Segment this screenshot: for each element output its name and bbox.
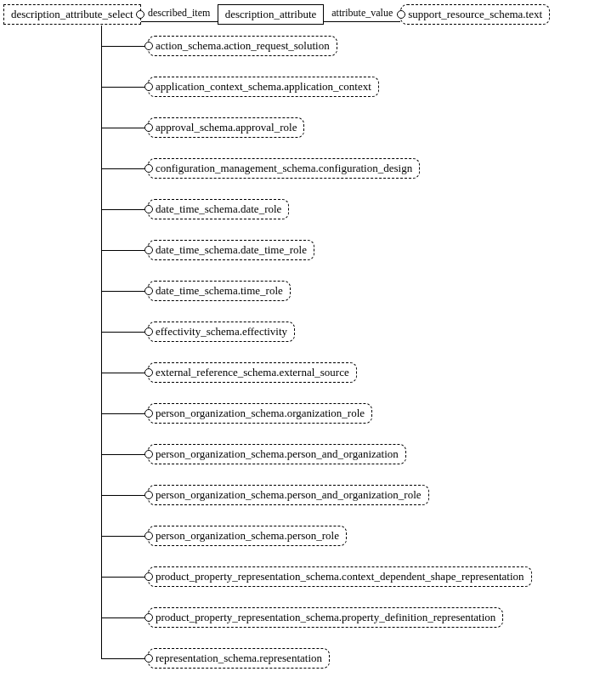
child-row: person_organization_schema.person_role	[101, 515, 600, 556]
child-entity-label: date_time_schema.date_time_role	[156, 243, 307, 256]
port-icon	[144, 83, 153, 91]
child-row: person_organization_schema.person_and_or…	[101, 475, 600, 515]
child-entity-box: representation_schema.representation	[148, 648, 330, 669]
child-entity-box: configuration_management_schema.configur…	[148, 158, 420, 179]
child-entity-label: action_schema.action_request_solution	[156, 39, 330, 52]
port-icon	[144, 123, 153, 132]
child-entity-box: external_reference_schema.external_sourc…	[148, 362, 357, 383]
port-icon	[144, 654, 153, 663]
child-entity-label: date_time_schema.time_role	[156, 284, 283, 297]
child-row: person_organization_schema.person_and_or…	[101, 434, 600, 475]
child-entity-box: product_property_representation_schema.p…	[148, 607, 503, 628]
port-icon	[397, 10, 405, 19]
child-row: representation_schema.representation	[101, 638, 600, 679]
center-entity-box: description_attribute	[218, 4, 325, 25]
port-icon	[144, 164, 153, 173]
child-row: action_schema.action_request_solution	[101, 26, 600, 66]
child-row: product_property_representation_schema.p…	[101, 597, 600, 638]
child-entity-box: date_time_schema.date_role	[148, 199, 289, 219]
child-entity-label: effectivity_schema.effectivity	[156, 325, 287, 338]
edge-label: attribute_value	[331, 7, 393, 21]
child-entity-label: person_organization_schema.person_role	[156, 529, 339, 542]
child-entity-label: representation_schema.representation	[156, 652, 322, 664]
center-entity-label: description_attribute	[225, 8, 317, 20]
select-entity-box: description_attribute_select	[3, 4, 141, 25]
child-entity-label: approval_schema.approval_role	[156, 121, 297, 134]
child-entity-box: approval_schema.approval_role	[148, 117, 304, 138]
port-icon	[144, 613, 153, 622]
port-icon	[144, 409, 153, 418]
child-entity-label: product_property_representation_schema.c…	[156, 570, 524, 583]
child-entity-label: person_organization_schema.organization_…	[156, 407, 365, 419]
port-icon	[144, 246, 153, 254]
child-entity-label: application_context_schema.application_c…	[156, 80, 371, 93]
child-row: date_time_schema.time_role	[101, 270, 600, 311]
child-row: approval_schema.approval_role	[101, 107, 600, 148]
child-entity-box: person_organization_schema.person_and_or…	[148, 444, 406, 464]
port-icon	[144, 532, 153, 540]
child-entity-box: date_time_schema.date_time_role	[148, 240, 314, 260]
child-row: date_time_schema.date_time_role	[101, 230, 600, 270]
top-relationship-row: description_attribute_select described_i…	[3, 3, 600, 26]
port-icon	[144, 327, 153, 336]
child-row: configuration_management_schema.configur…	[101, 148, 600, 189]
port-icon	[136, 10, 144, 19]
port-icon	[144, 491, 153, 499]
child-entity-box: person_organization_schema.organization_…	[148, 403, 372, 424]
child-entity-box: application_context_schema.application_c…	[148, 77, 379, 97]
child-entity-label: person_organization_schema.person_and_or…	[156, 447, 399, 460]
edge-described-item: described_item	[141, 7, 218, 22]
edge-attribute-value: attribute_value	[324, 7, 400, 22]
child-row: date_time_schema.date_role	[101, 189, 600, 230]
child-entity-box: person_organization_schema.person_and_or…	[148, 485, 429, 505]
child-row: person_organization_schema.organization_…	[101, 393, 600, 434]
child-entity-label: external_reference_schema.external_sourc…	[156, 366, 349, 378]
right-entity-label: support_resource_schema.text	[408, 8, 542, 20]
port-icon	[144, 205, 153, 213]
port-icon	[144, 42, 153, 50]
child-row: external_reference_schema.external_sourc…	[101, 352, 600, 393]
child-entity-box: product_property_representation_schema.c…	[148, 566, 532, 587]
right-entity-box: support_resource_schema.text	[400, 4, 550, 25]
port-icon	[144, 572, 153, 581]
port-icon	[144, 450, 153, 458]
select-children-tree: action_schema.action_request_solutionapp…	[101, 26, 600, 679]
child-entity-label: product_property_representation_schema.p…	[156, 611, 495, 623]
child-row: product_property_representation_schema.c…	[101, 556, 600, 597]
port-icon	[144, 287, 153, 295]
child-entity-label: configuration_management_schema.configur…	[156, 162, 412, 174]
child-entity-label: person_organization_schema.person_and_or…	[156, 488, 422, 501]
select-entity-label: description_attribute_select	[11, 8, 133, 20]
edge-label: described_item	[148, 7, 210, 21]
child-entity-box: date_time_schema.time_role	[148, 281, 291, 301]
child-entity-box: person_organization_schema.person_role	[148, 526, 347, 546]
port-icon	[144, 368, 153, 377]
child-row: effectivity_schema.effectivity	[101, 311, 600, 352]
child-entity-box: effectivity_schema.effectivity	[148, 322, 295, 342]
child-entity-box: action_schema.action_request_solution	[148, 36, 337, 56]
child-row: application_context_schema.application_c…	[101, 66, 600, 107]
child-entity-label: date_time_schema.date_role	[156, 202, 281, 215]
